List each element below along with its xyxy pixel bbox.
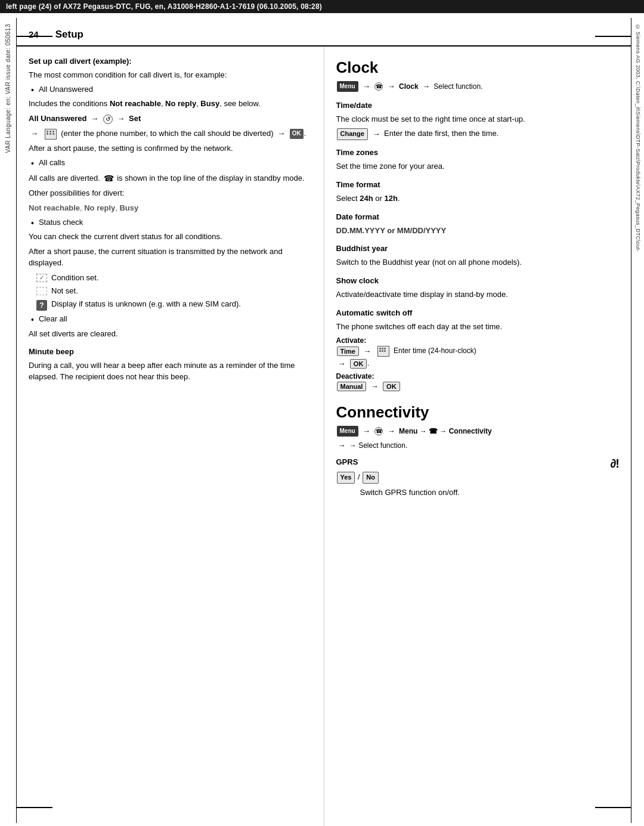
bullet-status-check-text: Status check: [39, 218, 83, 227]
arrow-2: →: [117, 113, 125, 125]
status-icon-check: ✓: [32, 273, 51, 282]
manual-button[interactable]: Manual: [337, 382, 367, 391]
bullet-all-unanswered-text: All Unanswered: [39, 85, 93, 94]
time-format-heading: Time format: [336, 180, 620, 191]
status-unknown-text: Display if status is unknown (e.g. with …: [51, 299, 312, 310]
gprs-buttons: Yes / No: [336, 472, 620, 484]
clock-nav-clock: Clock: [399, 82, 419, 91]
enter-time-text: Enter time (24-hour-clock): [394, 347, 476, 355]
kd: [384, 348, 386, 349]
ok-button-deactivate[interactable]: OK: [383, 382, 400, 391]
status-row-unknown: ? Display if status is unknown (e.g. wit…: [32, 299, 312, 311]
gprs-row: GPRS ∂!: [336, 457, 620, 471]
status-condition-set-text: Condition set.: [51, 273, 312, 283]
connectivity-select: → Select function.: [349, 441, 407, 450]
sidebar-right: © Siemens AG 2003, C:\Daten_it\Siemens\D…: [631, 18, 644, 823]
phone-symbol: ☎: [104, 172, 114, 184]
show-clock-heading: Show clock: [336, 276, 620, 287]
question-icon: ?: [36, 300, 47, 311]
activate-label: Activate:: [336, 336, 620, 345]
sidebar-left: VAR Language: en; VAR issue date: 050613: [0, 18, 17, 823]
buddhist-year-heading: Buddhist year: [336, 243, 620, 255]
after-short-pause-1: After a short pause, the setting is conf…: [29, 143, 312, 154]
minute-beep-text: During a call, you will hear a beep afte…: [29, 360, 312, 383]
buddhist-year-text: Switch to the Buddhist year (not on all …: [336, 257, 620, 268]
page-number: 24: [29, 29, 39, 39]
clock-nav-path: Menu → ☎ → Clock → Select function.: [336, 81, 620, 93]
nr2: Not reachable: [29, 203, 80, 212]
arrow-a1: →: [363, 347, 371, 355]
status-check-text: You can check the current divert status …: [29, 231, 312, 243]
kd: [384, 350, 386, 352]
date-format-value: DD.MM.YYYY or MM/DD/YYYY: [336, 225, 620, 237]
keypad-dot: [47, 131, 48, 132]
deactivate-row: Manual → OK: [336, 382, 620, 391]
two-column-layout: Set up call divert (example): The most c…: [17, 47, 631, 826]
bottom-line-right: [595, 807, 631, 808]
arrow-4: →: [277, 128, 285, 140]
yes-button[interactable]: Yes: [337, 472, 355, 484]
time-button[interactable]: Time: [337, 347, 359, 356]
all-unanswered-bold: All Unanswered: [29, 114, 87, 123]
menu-button: Menu: [337, 81, 358, 92]
arrow-m2: →: [388, 81, 395, 93]
status-row-condition-set: ✓ Condition set.: [32, 273, 312, 283]
all-unanswered-nav: All Unanswered → ↺ → Set: [29, 113, 312, 125]
kd: [379, 348, 381, 349]
ok-icon: OK: [290, 129, 304, 139]
bullet-dot-4: •: [31, 314, 34, 326]
connectivity-title: Connectivity: [336, 403, 620, 422]
bullet-all-calls: • All calls: [31, 158, 312, 170]
connectivity-bold: Menu → ☎ → Connectivity: [399, 426, 492, 435]
activate-ok-row: → OK.: [336, 359, 620, 369]
no-button[interactable]: No: [363, 472, 379, 484]
auto-switch-off-text: The phone switches off each day at the s…: [336, 321, 620, 333]
deactivate-label: Deactivate:: [336, 372, 620, 380]
bullet-status-check: • Status check: [31, 218, 312, 230]
sidebar-right-text: © Siemens AG 2003, C:\Daten_it\Siemens\D…: [635, 24, 641, 252]
date-format-mm: MM/DD/YYYY: [397, 226, 446, 235]
set-bold: Set: [129, 114, 141, 123]
auto-switch-off-heading: Automatic switch off: [336, 308, 620, 319]
arrow-3: →: [30, 128, 38, 140]
empty-box-icon: ·: [36, 287, 47, 295]
other-possibilities: Other possibilities for divert:: [29, 188, 312, 199]
change-button[interactable]: Change: [337, 128, 368, 140]
kd: [382, 348, 383, 349]
status-icon-question: ?: [32, 299, 51, 311]
keypad-dot: [49, 133, 51, 135]
arrow-m3: →: [422, 81, 430, 93]
select-function-text: Select function.: [434, 82, 482, 91]
bullet-dot-1: •: [31, 85, 34, 97]
call-divert-intro: The most common condition for call diver…: [29, 70, 312, 81]
clear-all-text: All set diverts are cleared.: [29, 329, 312, 340]
call-divert-heading: Set up call divert (example):: [29, 56, 312, 67]
gprs-icon: ∂!: [610, 457, 619, 471]
connectivity-nav2: → → Select function.: [336, 440, 620, 452]
arrow-1: →: [91, 113, 98, 125]
gprs-heading: GPRS: [336, 457, 358, 468]
minute-beep-heading: Minute beep: [29, 347, 312, 358]
arrow-cn3: →: [338, 440, 346, 452]
show-clock-text: Activate/deactivate time display in stan…: [336, 289, 620, 301]
includes-text: Includes the conditions Not reachable, N…: [29, 98, 312, 110]
keypad-dot: [47, 133, 48, 135]
bullet-all-unanswered: • All Unanswered: [31, 85, 312, 97]
time-date-heading: Time/date: [336, 100, 620, 112]
bullet-clear-all: • Clear all: [31, 314, 312, 326]
header-text: left page (24) of AX72 Pegasus-DTC, FUG,…: [6, 2, 322, 11]
kd: [379, 350, 381, 352]
time-zones-text: Set the time zone for your area.: [336, 161, 620, 172]
sidebar-left-text: VAR Language: en; VAR issue date: 050613: [5, 24, 11, 153]
kd: [382, 350, 383, 352]
page-header: 24 Setup: [17, 18, 631, 47]
enter-phone-text: (enter the phone number, to which the ca…: [61, 129, 273, 138]
busy2: Busy: [119, 203, 138, 212]
date-format-heading: Date format: [336, 212, 620, 223]
clock-title: Clock: [336, 58, 620, 77]
keypad-dot: [52, 131, 54, 132]
circle-nav-icon: ↺: [103, 115, 113, 124]
change-text: Enter the date first, then the time.: [384, 129, 499, 138]
enter-phone-row: → (enter the phone number, to which: [29, 128, 312, 140]
ok-button-activate[interactable]: OK: [350, 359, 367, 369]
